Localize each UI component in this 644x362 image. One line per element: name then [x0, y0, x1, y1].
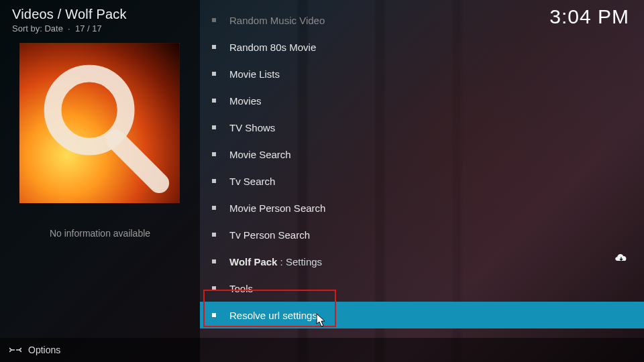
bullet-icon — [212, 99, 216, 103]
search-icon — [19, 44, 179, 203]
menu-item-label: TV Shows — [229, 122, 275, 133]
menu-item-tv-search[interactable]: Tv Search — [200, 168, 644, 194]
bullet-icon — [212, 233, 216, 237]
left-panel: Videos / Wolf Pack Sort by: Date · 17 / … — [0, 0, 200, 362]
bullet-icon — [212, 125, 216, 129]
menu-item-random-80s-movie[interactable]: Random 80s Movie — [200, 34, 644, 60]
menu-item-wolf-pack-settings[interactable]: Wolf Pack : Settings — [200, 248, 644, 275]
bullet-icon — [212, 72, 216, 76]
menu-item-label: Movie Lists — [229, 68, 280, 80]
bullet-icon — [212, 45, 216, 49]
cursor-icon — [316, 313, 327, 328]
bullet-icon — [212, 206, 216, 210]
menu-item-tv-shows[interactable]: TV Shows — [200, 114, 644, 141]
bullet-icon — [212, 286, 216, 290]
bullet-icon — [212, 152, 216, 156]
menu-item-resolve-url-settings[interactable]: Resolve url settings — [200, 302, 644, 328]
menu-item-tv-person-search[interactable]: Tv Person Search — [200, 221, 644, 248]
bullet-icon — [212, 259, 216, 263]
item-count: 17 / 17 — [75, 23, 102, 34]
menu-list: Random Music Video Random 80s Movie Movi… — [200, 7, 644, 328]
menu-item-label: Wolf Pack : Settings — [229, 256, 322, 267]
menu-item-label: Movie Search — [229, 149, 291, 160]
footer-bar: Options — [0, 338, 644, 362]
bullet-icon — [212, 313, 216, 317]
download-icon — [614, 251, 628, 267]
options-icon[interactable] — [9, 345, 21, 355]
menu-item-label: Random Music Video — [229, 15, 325, 26]
menu-item-movie-person-search[interactable]: Movie Person Search — [200, 194, 644, 221]
bullet-icon — [212, 18, 216, 22]
svg-line-1 — [116, 140, 159, 183]
bullet-icon — [212, 179, 216, 183]
menu-item-label: Tools — [229, 283, 253, 294]
menu-item-movie-search[interactable]: Movie Search — [200, 141, 644, 168]
menu-item-label: Movies — [229, 95, 262, 107]
no-info-label: No information available — [12, 228, 188, 239]
breadcrumb: Videos / Wolf Pack — [12, 7, 188, 22]
menu-item-label: Random 80s Movie — [229, 42, 316, 53]
addon-thumbnail — [19, 43, 180, 204]
sort-prefix: Sort by: — [12, 23, 42, 34]
sort-value: Date — [44, 23, 62, 34]
menu-item-tools[interactable]: Tools — [200, 275, 644, 302]
sort-line: Sort by: Date · 17 / 17 — [12, 23, 188, 34]
menu-item-movies[interactable]: Movies — [200, 87, 644, 114]
menu-item-label: Tv Person Search — [229, 229, 310, 241]
menu-item-label: Movie Person Search — [229, 202, 325, 214]
menu-item-label: Resolve url settings — [229, 310, 317, 321]
options-label[interactable]: Options — [28, 345, 60, 355]
menu-item-label: Tv Search — [229, 176, 275, 187]
menu-item-movie-lists[interactable]: Movie Lists — [200, 60, 644, 87]
clock: 3:04 PM — [549, 5, 629, 28]
